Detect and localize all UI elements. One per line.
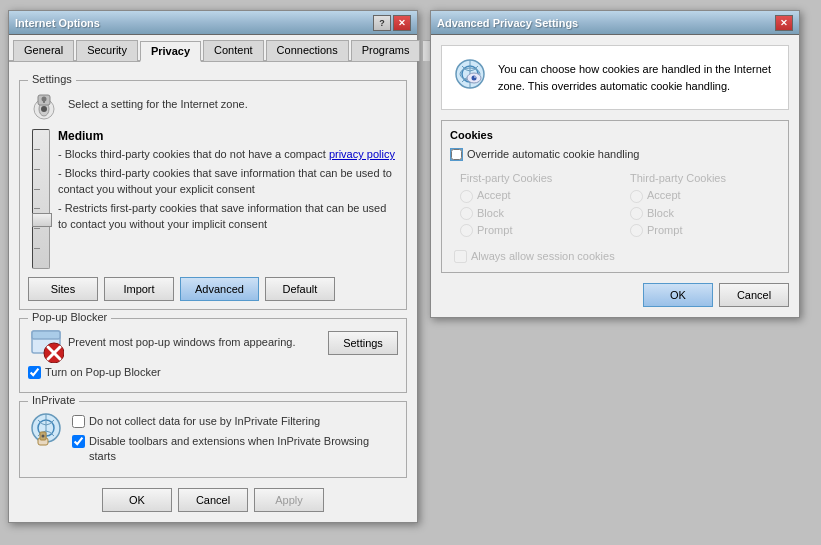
internet-options-title-bar: Internet Options ? ✕ — [9, 11, 417, 35]
privacy-desc2: - Blocks third-party cookies that save i… — [58, 166, 398, 197]
fp-accept-label: Accept — [477, 188, 511, 203]
tp-block-label: Block — [647, 206, 674, 221]
override-checkbox-row: Override automatic cookie handling — [450, 147, 780, 162]
settings-buttons-row: Sites Import Advanced Default — [28, 277, 398, 301]
first-party-column: First-party Cookies Accept Block Prompt — [460, 172, 610, 240]
advanced-privacy-window: Advanced Privacy Settings ✕ You can choo… — [430, 10, 800, 318]
tp-prompt-label: Prompt — [647, 223, 682, 238]
zone-icon — [28, 89, 60, 121]
adv-header-svg — [452, 56, 488, 92]
inprivate-icon — [28, 410, 64, 449]
fp-prompt-radio — [460, 224, 473, 237]
tab-security[interactable]: Security — [76, 40, 138, 61]
default-button[interactable]: Default — [265, 277, 335, 301]
cancel-button[interactable]: Cancel — [178, 488, 248, 512]
adv-ok-button[interactable]: OK — [643, 283, 713, 307]
tp-prompt-radio — [630, 224, 643, 237]
svg-point-16 — [42, 435, 45, 438]
apply-button[interactable]: Apply — [254, 488, 324, 512]
popup-checkbox-label: Turn on Pop-up Blocker — [45, 365, 161, 380]
cookies-options-section: First-party Cookies Accept Block Prompt — [450, 172, 780, 264]
third-party-column: Third-party Cookies Accept Block Prompt — [630, 172, 780, 240]
tp-block-row: Block — [630, 206, 780, 221]
svg-point-4 — [42, 97, 47, 102]
svg-point-2 — [41, 106, 47, 112]
override-checkbox-box[interactable] — [450, 148, 463, 161]
bottom-buttons-row: OK Cancel Apply — [19, 488, 407, 512]
popup-desc: Prevent most pop-up windows from appeari… — [68, 335, 320, 350]
tab-general[interactable]: General — [13, 40, 74, 61]
internet-options-window: Internet Options ? ✕ General Security Pr… — [8, 10, 418, 523]
third-party-title: Third-party Cookies — [630, 172, 780, 184]
privacy-slider-thumb[interactable] — [32, 213, 52, 227]
tp-accept-row: Accept — [630, 188, 780, 203]
override-checkbox-input[interactable] — [451, 149, 462, 160]
privacy-policy-link[interactable]: privacy policy — [329, 148, 395, 160]
sites-button[interactable]: Sites — [28, 277, 98, 301]
popup-checkbox[interactable] — [28, 366, 41, 379]
internet-options-title: Internet Options — [15, 17, 100, 29]
settings-header: Select a setting for the Internet zone. — [28, 89, 398, 121]
fp-prompt-row: Prompt — [460, 223, 610, 238]
popup-blocker-label: Pop-up Blocker — [28, 311, 111, 323]
inprivate-svg-icon — [28, 410, 64, 446]
tp-prompt-row: Prompt — [630, 223, 780, 238]
inprivate-checkbox1[interactable] — [72, 415, 85, 428]
privacy-slider-track[interactable] — [32, 129, 50, 269]
privacy-level-label: Medium — [58, 129, 398, 143]
inprivate-checkbox2[interactable] — [72, 435, 85, 448]
first-party-title: First-party Cookies — [460, 172, 610, 184]
settings-header-text: Select a setting for the Internet zone. — [68, 97, 248, 112]
adv-header: You can choose how cookies are handled i… — [441, 45, 789, 110]
tp-accept-label: Accept — [647, 188, 681, 203]
inprivate-group-label: InPrivate — [28, 394, 79, 406]
cookies-group-label: Cookies — [450, 129, 780, 141]
svg-point-23 — [474, 76, 476, 78]
fp-block-row: Block — [460, 206, 610, 221]
adv-close-button[interactable]: ✕ — [775, 15, 793, 31]
advanced-button[interactable]: Advanced — [180, 277, 259, 301]
adv-header-text: You can choose how cookies are handled i… — [498, 61, 778, 94]
inprivate-options: Do not collect data for use by InPrivate… — [72, 410, 398, 468]
fp-accept-radio — [460, 190, 473, 203]
privacy-desc1: - Blocks third-party cookies that do not… — [58, 147, 398, 162]
import-button[interactable]: Import — [104, 277, 174, 301]
adv-cancel-button[interactable]: Cancel — [719, 283, 789, 307]
popup-checkbox-row: Turn on Pop-up Blocker — [28, 365, 398, 380]
inprivate-inner: Do not collect data for use by InPrivate… — [28, 410, 398, 468]
tab-programs[interactable]: Programs — [351, 40, 421, 61]
svg-rect-7 — [32, 331, 60, 339]
fp-accept-row: Accept — [460, 188, 610, 203]
popup-settings-button[interactable]: Settings — [328, 331, 398, 355]
advanced-privacy-title: Advanced Privacy Settings — [437, 17, 578, 29]
popup-inner: Prevent most pop-up windows from appeari… — [28, 327, 398, 359]
fp-prompt-label: Prompt — [477, 223, 512, 238]
inprivate-check2-label: Disable toolbars and extensions when InP… — [89, 434, 398, 465]
cookies-group: Cookies Override automatic cookie handli… — [441, 120, 789, 273]
tab-bar: General Security Privacy Content Connect… — [9, 35, 417, 62]
zone-svg-icon — [28, 89, 60, 121]
adv-header-icon — [452, 56, 488, 99]
slider-content-row: Medium - Blocks third-party cookies that… — [28, 129, 398, 269]
fp-block-label: Block — [477, 206, 504, 221]
popup-text-area: Prevent most pop-up windows from appeari… — [68, 335, 320, 350]
close-button[interactable]: ✕ — [393, 15, 411, 31]
always-session-label: Always allow session cookies — [471, 249, 615, 264]
tp-block-radio — [630, 207, 643, 220]
tab-privacy[interactable]: Privacy — [140, 41, 201, 62]
fp-block-radio — [460, 207, 473, 220]
privacy-desc3: - Restricts first-party cookies that sav… — [58, 201, 398, 232]
cookies-options: First-party Cookies Accept Block Prompt — [460, 172, 780, 240]
advanced-privacy-title-bar: Advanced Privacy Settings ✕ — [431, 11, 799, 35]
svg-point-22 — [472, 76, 477, 81]
privacy-description: Medium - Blocks third-party cookies that… — [58, 129, 398, 232]
override-checkbox-label: Override automatic cookie handling — [467, 147, 639, 162]
help-button[interactable]: ? — [373, 15, 391, 31]
popup-blocker-group: Pop-up Blocker Prevent most pop-up windo… — [19, 318, 407, 393]
window-content: Settings Select a setting for the Intern… — [9, 62, 417, 522]
ok-button[interactable]: OK — [102, 488, 172, 512]
settings-group: Settings Select a setting for the Intern… — [19, 80, 407, 310]
tab-content[interactable]: Content — [203, 40, 264, 61]
inprivate-check2-row: Disable toolbars and extensions when InP… — [72, 434, 398, 465]
tab-connections[interactable]: Connections — [266, 40, 349, 61]
